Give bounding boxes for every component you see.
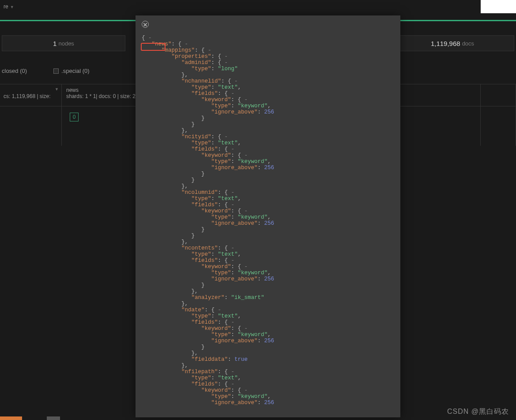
filter-special-label: .special (0) [61, 68, 90, 74]
bottom-tabs [0, 416, 64, 420]
nodes-label: nodes [58, 40, 74, 47]
json-viewer[interactable]: { - "news": { - "mappings": { - "propert… [136, 33, 400, 408]
shard-badge[interactable]: 0 [70, 113, 79, 121]
summary-text: cs: 1,119,968 | size: [4, 93, 51, 99]
tab-orange[interactable] [0, 416, 22, 420]
mapping-modal: { - "news": { - "mappings": { - "propert… [136, 15, 400, 417]
modal-header [136, 15, 400, 33]
top-bar: re▼ [0, 0, 516, 13]
docs-stat[interactable]: 1,119,968 docs [391, 35, 514, 51]
filter-closed[interactable]: closed (0) [2, 68, 27, 74]
close-icon[interactable] [142, 21, 149, 28]
nodes-stat[interactable]: 1 nodes [2, 35, 125, 51]
nodes-count: 1 [53, 40, 56, 47]
right-cell [481, 84, 516, 106]
empty-cell [0, 106, 62, 146]
filter-special[interactable]: .special (0) [53, 68, 90, 74]
summary-cell[interactable]: ▼ cs: 1,119,968 | size: [0, 84, 62, 106]
filter-closed-label: closed (0) [2, 68, 27, 74]
right-cell [481, 106, 516, 146]
docs-count: 1,119,968 [431, 40, 460, 47]
watermark: CSDN @黑白码农 [447, 407, 509, 416]
dropdown-trigger[interactable]: re▼ [4, 4, 14, 10]
docs-label: docs [462, 40, 474, 47]
chevron-down-icon: ▼ [10, 5, 14, 9]
corner-patch [481, 0, 516, 13]
checkbox-icon[interactable] [53, 68, 59, 74]
chevron-down-icon[interactable]: ▼ [55, 87, 59, 91]
tab-grey[interactable] [47, 416, 60, 420]
dropdown-label: re [4, 4, 8, 10]
